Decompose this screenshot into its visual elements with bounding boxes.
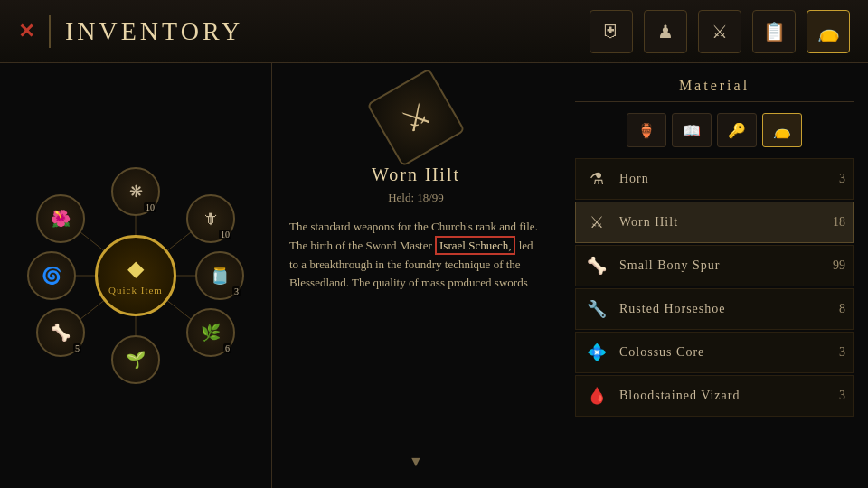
radial-container: ❋ 10 🗡 10 🫙 3 🌿 6 🌱 🦴 5 🌀 🌺 ◆ (18, 158, 253, 393)
radial-item-bottom[interactable]: 🌱 (111, 335, 160, 384)
radial-right-icon: 🫙 (210, 266, 230, 286)
key-icon: 🔑 (728, 122, 746, 139)
item-detail-panel: ⚔ Worn Hilt Held: 18/99 The standard wea… (271, 63, 561, 488)
material-title: Material (575, 78, 854, 102)
radial-item-bottomright[interactable]: 🌿 6 (186, 308, 235, 357)
material-row[interactable]: ⚔ Worn Hilt 18 (575, 202, 854, 243)
material-name-0: Horn (619, 172, 824, 186)
close-button[interactable]: ✕ (18, 20, 34, 43)
material-count-0: 3 (824, 172, 845, 186)
header: ✕ INVENTORY ⛨ ♟ ⚔ 📋 👝 (0, 0, 868, 63)
radial-bl-badge: 5 (73, 343, 81, 353)
material-icon-3: 🔧 (583, 296, 610, 323)
material-name-5: Bloodstained Vizard (619, 389, 824, 403)
material-count-1: 18 (824, 215, 845, 230)
radial-item-top[interactable]: ❋ 10 (111, 167, 160, 216)
item-description: The standard weapons for the Church's ra… (289, 218, 542, 293)
radial-left-icon: 🌀 (42, 266, 61, 286)
material-panel: Material 🏺 📖 🔑 👝 ⚗ Horn 3 ⚔ Worn Hilt 18… (561, 63, 868, 488)
book-nav-button[interactable]: 📋 (752, 10, 796, 53)
item-held: Held: 18/99 (388, 191, 444, 205)
radial-top-icon: ❋ (129, 182, 143, 202)
item-large-icon: ⚔ (366, 68, 465, 166)
radial-tr-icon: 🗡 (203, 210, 219, 229)
helmet-nav-button[interactable]: ⛨ (590, 10, 633, 53)
material-name-3: Rusted Horseshoe (619, 302, 824, 316)
radial-item-topright[interactable]: 🗡 10 (186, 194, 235, 243)
quick-item-panel: ❋ 10 🗡 10 🫙 3 🌿 6 🌱 🦴 5 🌀 🌺 ◆ (0, 63, 271, 488)
material-name-4: Colossus Core (619, 345, 824, 360)
quick-item-center[interactable]: ◆ Quick Item (95, 235, 176, 316)
material-count-2: 99 (824, 258, 845, 273)
material-icon-2: 🦴 (583, 252, 610, 279)
material-count-4: 3 (824, 345, 845, 360)
material-icon-1: ⚔ (583, 209, 610, 236)
material-row[interactable]: 💠 Colossus Core 3 (575, 332, 854, 373)
highlighted-name: Israel Schuech, (435, 236, 515, 255)
scroll-down-arrow[interactable]: ▼ (409, 454, 423, 470)
skills-icon: 📖 (683, 122, 701, 139)
material-row[interactable]: 🦴 Small Bony Spur 99 (575, 245, 854, 286)
material-count-5: 3 (824, 389, 845, 403)
armor-nav-button[interactable]: ⚔ (698, 10, 741, 53)
radial-item-right[interactable]: 🫙 3 (195, 251, 244, 300)
material-name-1: Worn Hilt (619, 215, 824, 230)
material-row[interactable]: ⚗ Horn 3 (575, 158, 854, 200)
material-name-2: Small Bony Spur (619, 258, 824, 273)
header-icons: ⛨ ♟ ⚔ 📋 👝 (590, 10, 850, 53)
item-name: Worn Hilt (372, 164, 460, 185)
radial-item-topleft[interactable]: 🌺 (36, 194, 85, 243)
radial-tl-icon: 🌺 (51, 209, 71, 229)
header-divider (49, 15, 51, 48)
character-nav-button[interactable]: ♟ (644, 10, 687, 53)
material-tabs: 🏺 📖 🔑 👝 (575, 113, 854, 147)
materials-icon: 👝 (773, 122, 791, 139)
center-item-icon: ◆ (127, 256, 144, 281)
radial-br-icon: 🌿 (201, 323, 221, 343)
radial-bl-icon: 🦴 (51, 323, 71, 343)
material-row[interactable]: 🩸 Bloodstained Vizard 3 (575, 375, 854, 417)
consumables-icon: 🏺 (637, 122, 656, 139)
radial-right-badge: 3 (232, 286, 241, 296)
material-icon-4: 💠 (583, 339, 610, 366)
tab-skills[interactable]: 📖 (672, 113, 712, 147)
tab-key[interactable]: 🔑 (717, 113, 757, 147)
radial-tr-badge: 10 (219, 230, 231, 239)
material-icon-5: 🩸 (583, 382, 610, 409)
item-icon-glyph: ⚔ (395, 95, 437, 140)
material-icon-0: ⚗ (583, 165, 610, 192)
tab-materials[interactable]: 👝 (762, 113, 802, 147)
radial-item-left[interactable]: 🌀 (27, 251, 76, 300)
quick-item-label: Quick Item (108, 285, 163, 296)
page-title: INVENTORY (65, 17, 590, 46)
material-count-3: 8 (824, 302, 845, 316)
material-row[interactable]: 🔧 Rusted Horseshoe 8 (575, 288, 854, 330)
radial-item-bottomleft[interactable]: 🦴 5 (36, 308, 85, 357)
radial-bottom-icon: 🌱 (126, 350, 146, 370)
material-list: ⚗ Horn 3 ⚔ Worn Hilt 18 🦴 Small Bony Spu… (575, 158, 854, 417)
bag-nav-button[interactable]: 👝 (807, 10, 850, 53)
tab-consumables[interactable]: 🏺 (627, 113, 666, 147)
radial-br-badge: 6 (223, 343, 231, 353)
radial-top-badge: 10 (144, 202, 156, 212)
